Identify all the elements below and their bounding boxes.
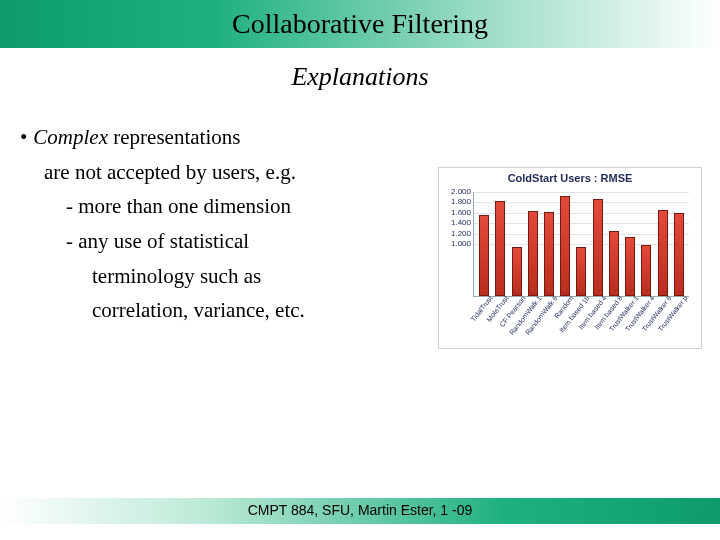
footer-bar: CMPT 884, SFU, Martin Ester, 1 -09 (0, 498, 720, 524)
bullet-lead-rest: representations (108, 125, 240, 149)
y-tick: 2.000 (441, 187, 471, 196)
bar (512, 247, 522, 296)
bar (641, 245, 651, 296)
footer-text: CMPT 884, SFU, Martin Ester, 1 -09 (0, 502, 720, 518)
x-labels: TidalTrustMoleTrustCF PearsonRandomWalk … (473, 296, 688, 346)
bar (544, 212, 554, 296)
y-tick: 1.000 (441, 239, 471, 248)
bar (609, 231, 619, 296)
plot-area (473, 192, 689, 297)
title-bar: Collaborative Filtering (0, 0, 720, 48)
bar (560, 196, 570, 296)
y-tick: 1.800 (441, 197, 471, 206)
bullet-dot: • (20, 120, 27, 155)
slide-subtitle: Explanations (0, 62, 720, 92)
bullet-lead: Complex representations (33, 120, 240, 155)
bar (528, 211, 538, 296)
chart-title: ColdStart Users : RMSE (439, 168, 701, 184)
bar (593, 199, 603, 296)
bar (479, 215, 489, 296)
bars (474, 192, 689, 296)
y-tick: 1.400 (441, 218, 471, 227)
bar (576, 247, 586, 296)
bar (495, 201, 505, 296)
y-tick: 1.200 (441, 229, 471, 238)
chart: ColdStart Users : RMSE 2.0001.8001.6001.… (438, 167, 702, 349)
y-tick: 1.600 (441, 208, 471, 217)
bar (674, 213, 684, 296)
bullet-row: • Complex representations (20, 120, 700, 155)
bullet-lead-em: Complex (33, 125, 108, 149)
bar (658, 210, 668, 296)
bar (625, 237, 635, 296)
slide-title: Collaborative Filtering (0, 8, 720, 40)
